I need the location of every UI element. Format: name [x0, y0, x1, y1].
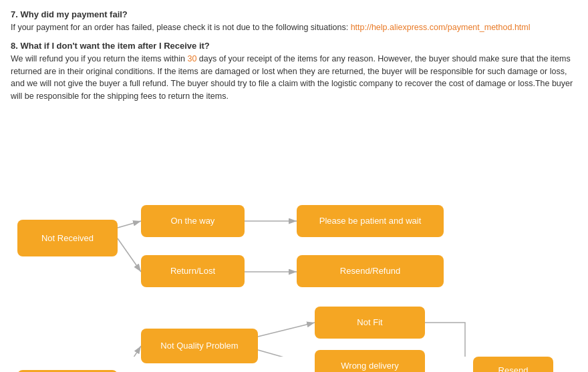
- node-return-lost: Return/Lost: [141, 255, 245, 287]
- svg-line-7: [258, 323, 315, 337]
- node-wrong-delivery: Wrong delivery: [315, 350, 425, 372]
- payment-link[interactable]: http://help.aliexpress.com/payment_metho…: [351, 23, 531, 32]
- svg-line-2: [118, 238, 141, 272]
- svg-line-1: [118, 221, 141, 228]
- node-please-wait: Please be patient and wait: [297, 205, 444, 237]
- section-8-title: 8. What if I don't want the item after I…: [11, 41, 577, 51]
- section-8: 8. What if I don't want the item after I…: [11, 41, 577, 103]
- section-7: 7. Why did my payment fail? If your paym…: [11, 9, 577, 34]
- flow-diagram: Not Received On the way Return/Lost Plea…: [11, 110, 585, 357]
- node-resend-refund-discount: Resend Refund Discount: [473, 357, 553, 372]
- node-not-quality: Not Quality Problem: [141, 329, 258, 363]
- node-on-the-way: On the way: [141, 205, 245, 237]
- node-not-fit: Not Fit: [315, 307, 425, 339]
- node-resend-refund-top: Resend/Refund: [297, 255, 444, 287]
- svg-line-8: [258, 350, 315, 357]
- section-7-body: If your payment for an order has failed,…: [11, 21, 577, 34]
- section-7-title: 7. Why did my payment fail?: [11, 9, 577, 19]
- svg-line-5: [118, 346, 141, 357]
- section-8-body: We will refund you if you return the ite…: [11, 53, 577, 103]
- node-not-received: Not Received: [17, 220, 118, 256]
